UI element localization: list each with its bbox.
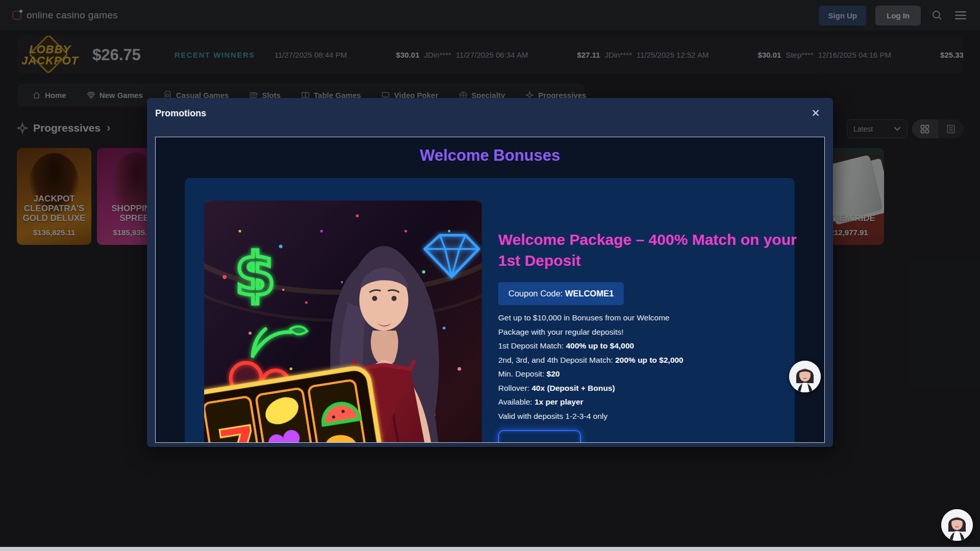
promo-line: 1st Deposit Match: 400% up to $4,000 — [498, 339, 700, 353]
promo-line: Valid with deposits 1-2-3-4 only — [498, 409, 700, 423]
coupon-code-badge[interactable]: Coupon Code: WELCOME1 — [498, 282, 624, 305]
promo-line: 2nd, 3rd, and 4th Deposit Match: 200% up… — [498, 353, 700, 367]
neon-dollar-icon: $ — [235, 240, 276, 309]
promo-line: Min. Deposit: $20 — [498, 367, 700, 381]
promo-details: Get up to $10,000 in Bonuses from our We… — [498, 311, 700, 423]
support-chat-avatar[interactable] — [941, 509, 973, 541]
svg-text:$: $ — [235, 240, 276, 309]
promo-cta-button[interactable] — [498, 430, 581, 443]
promo-headline: Welcome Package – 400% Match on your 1st… — [498, 229, 797, 271]
horizontal-scrollbar[interactable] — [0, 547, 980, 551]
promo-line: Available: 1x per player — [498, 395, 700, 409]
promo-hero-image: $ — [204, 201, 482, 443]
modal-content-area: Welcome Bonuses — [155, 137, 825, 443]
page: online casino games Sign Up Log In LOBBY… — [0, 0, 980, 551]
support-chat-avatar[interactable] — [789, 361, 821, 392]
promo-line: Get up to $10,000 in Bonuses from our We… — [498, 311, 700, 339]
modal-title: Promotions — [155, 108, 206, 119]
coupon-code: WELCOME1 — [565, 289, 614, 298]
welcome-package-card: $ — [185, 178, 795, 443]
promo-line: Rollover: 40x (Deposit + Bonus) — [498, 381, 700, 395]
close-icon[interactable]: ✕ — [808, 106, 823, 120]
coupon-label: Coupon Code: — [508, 289, 565, 298]
promotions-modal: Promotions ✕ Welcome Bonuses — [147, 98, 833, 447]
welcome-bonuses-heading: Welcome Bonuses — [156, 146, 824, 165]
